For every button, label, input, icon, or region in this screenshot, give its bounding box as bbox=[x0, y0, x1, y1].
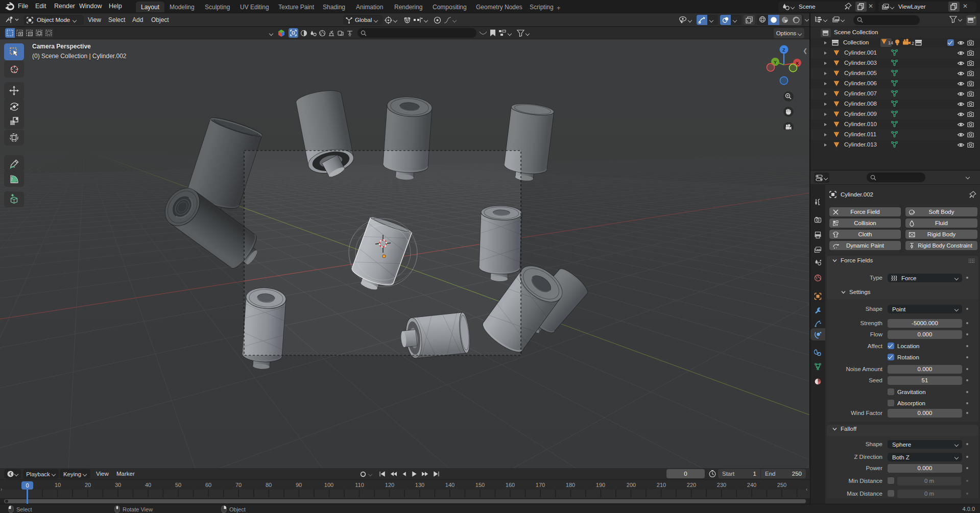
svg-text:X: X bbox=[796, 60, 799, 66]
svg-text:Z: Z bbox=[782, 47, 785, 53]
svg-text:Y: Y bbox=[774, 59, 777, 65]
